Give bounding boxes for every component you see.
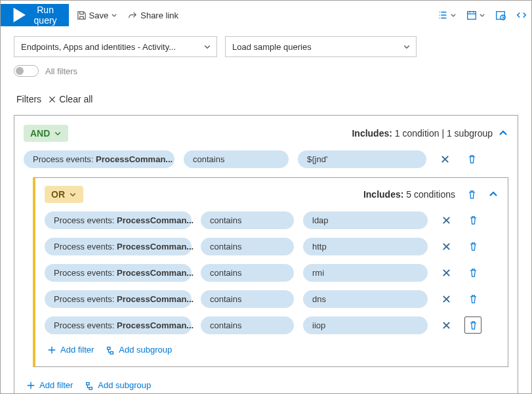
scope-selector-label: Endpoints, Apps and identities - Activit… [21, 42, 176, 52]
plus-icon [47, 345, 56, 355]
all-filters-toggle[interactable] [14, 65, 39, 77]
and-operator-badge[interactable]: AND [24, 125, 68, 142]
remove-condition-button[interactable] [437, 211, 455, 229]
filters-heading: Filters [16, 94, 41, 104]
filter-row: Process events: ProcessComman... contain… [45, 290, 499, 308]
add-filter-inner-button[interactable]: Add filter [47, 345, 94, 355]
filter-operator-pill[interactable]: contains [184, 150, 289, 168]
filter-field-pill[interactable]: Process events: ProcessComman... [45, 211, 192, 229]
delete-condition-button[interactable] [464, 317, 481, 334]
filter-row: Process events: ProcessComman... contain… [45, 316, 499, 334]
filter-value-pill[interactable]: iiop [303, 317, 428, 334]
code-toggle-button[interactable] [516, 9, 527, 21]
filter-field-pill[interactable]: Process events: ProcessComman... [24, 150, 174, 168]
filter-field-pill[interactable]: Process events: ProcessComman... [45, 264, 192, 282]
scope-selector[interactable]: Endpoints, Apps and identities - Activit… [14, 36, 217, 57]
filter-operator-pill[interactable]: contains [201, 211, 294, 229]
trash-icon [468, 268, 478, 278]
selector-row: Endpoints, Apps and identities - Activit… [1, 30, 531, 64]
delete-condition-button[interactable] [464, 238, 481, 255]
filters-header: Filters Clear all [1, 83, 531, 110]
trash-icon [467, 190, 477, 200]
outer-includes-text: Includes: 1 condition | 1 subgroup [352, 128, 493, 139]
filter-group-and: AND Includes: 1 condition | 1 subgroup P… [14, 115, 518, 394]
delete-condition-button[interactable] [464, 264, 481, 281]
chevron-down-icon [479, 11, 485, 20]
toolbar-right-icons [437, 9, 527, 21]
or-operator-label: OR [51, 189, 65, 200]
close-icon [440, 154, 450, 164]
trash-icon [468, 320, 478, 330]
filter-field-pill[interactable]: Process events: ProcessComman... [45, 317, 192, 334]
remove-condition-button[interactable] [437, 290, 455, 308]
close-icon [441, 242, 451, 252]
add-filter-outer-button[interactable]: Add filter [26, 380, 73, 390]
save-icon [77, 11, 87, 20]
filter-value-pill[interactable]: ldap [303, 211, 428, 229]
chevron-down-icon [203, 43, 211, 51]
plus-icon [26, 381, 35, 390]
filter-operator-pill[interactable]: contains [201, 290, 294, 308]
filter-value-pill[interactable]: rmi [303, 264, 428, 282]
close-icon [441, 215, 451, 225]
close-icon [441, 320, 451, 330]
filter-value-pill[interactable]: ${jnd' [298, 150, 426, 168]
subgroup-icon [106, 345, 115, 355]
svg-marker-0 [14, 8, 26, 22]
filter-value-pill[interactable]: dns [303, 290, 428, 308]
add-subgroup-outer-button[interactable]: Add subgroup [85, 380, 151, 390]
remove-condition-button[interactable] [437, 263, 455, 282]
close-icon [441, 294, 451, 304]
date-picker-button[interactable] [466, 9, 485, 21]
delete-condition-button[interactable] [463, 150, 480, 167]
chevron-down-icon [54, 129, 62, 137]
sample-queries-selector[interactable]: Load sample queries [225, 36, 417, 57]
filter-row: Process events: ProcessComman... contain… [45, 237, 499, 255]
inner-action-row: Add filter Add subgroup [45, 341, 499, 359]
app-frame: Run query Save Share link [0, 0, 532, 394]
chevron-down-icon [450, 11, 457, 20]
list-view-button[interactable] [437, 9, 457, 21]
filter-operator-pill[interactable]: contains [201, 238, 294, 255]
subgroup-header: OR Includes: 5 conditions [45, 186, 499, 203]
play-icon [10, 5, 30, 25]
schedule-button[interactable] [495, 9, 506, 21]
filter-operator-pill[interactable]: contains [201, 317, 294, 334]
add-filter-label: Add filter [60, 345, 94, 355]
chevron-down-icon [111, 11, 117, 20]
remove-condition-button[interactable] [436, 150, 454, 168]
remove-condition-button[interactable] [437, 316, 455, 334]
collapse-inner-icon[interactable] [488, 189, 499, 200]
filter-value-pill[interactable]: http [303, 238, 428, 255]
clear-all-button[interactable]: Clear all [48, 94, 92, 104]
filter-row: Process events: ProcessComman... contain… [24, 150, 508, 168]
save-label: Save [89, 11, 109, 20]
filter-field-pill[interactable]: Process events: ProcessComman... [45, 290, 192, 308]
clear-all-label: Clear all [59, 94, 92, 104]
run-query-button[interactable]: Run query [1, 4, 69, 26]
all-filters-row: All filters [1, 64, 531, 83]
filter-group-header: AND Includes: 1 condition | 1 subgroup [24, 125, 508, 142]
filter-operator-pill[interactable]: contains [201, 264, 294, 282]
close-icon [48, 95, 56, 104]
close-icon [441, 268, 451, 278]
delete-condition-button[interactable] [464, 290, 481, 307]
share-link-button[interactable]: Share link [125, 8, 181, 23]
delete-subgroup-button[interactable] [463, 186, 480, 203]
outer-action-row: Add filter Add subgroup [24, 376, 508, 394]
inner-includes-text: Includes: 5 conditions [363, 189, 455, 200]
run-query-label: Run query [34, 5, 57, 26]
add-subgroup-inner-button[interactable]: Add subgroup [106, 345, 172, 355]
and-operator-label: AND [30, 128, 50, 139]
remove-condition-button[interactable] [437, 237, 455, 255]
filter-field-pill[interactable]: Process events: ProcessComman... [45, 238, 192, 255]
collapse-outer-icon[interactable] [498, 128, 508, 139]
filter-row: Process events: ProcessComman... contain… [45, 263, 499, 282]
trash-icon [468, 215, 478, 225]
delete-condition-button[interactable] [464, 211, 481, 229]
or-operator-badge[interactable]: OR [45, 186, 83, 203]
share-icon [128, 11, 138, 20]
top-toolbar: Run query Save Share link [1, 1, 531, 30]
save-button[interactable]: Save [74, 8, 121, 23]
svg-rect-1 [468, 12, 476, 20]
